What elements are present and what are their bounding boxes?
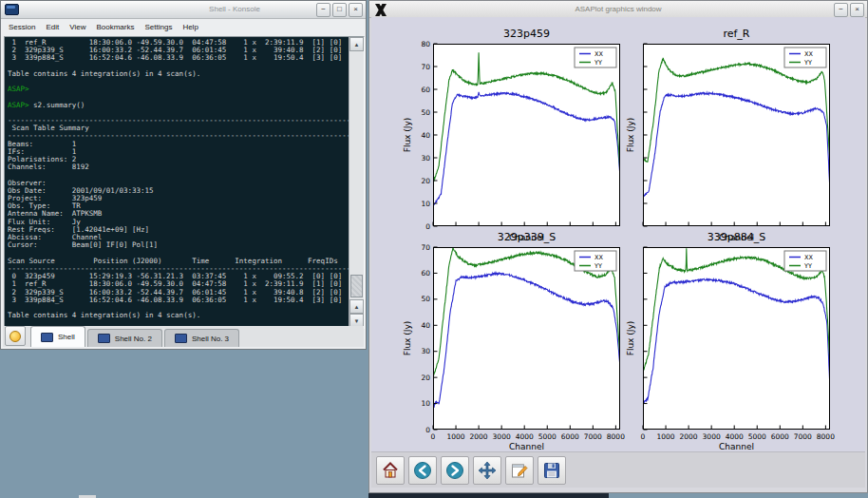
svg-text:6000: 6000 (561, 432, 579, 441)
subplot-323p459: 01020304050607080Channel323p459Flux (Jy)… (403, 28, 620, 242)
menu-view[interactable]: View (69, 23, 85, 31)
svg-text:70: 70 (421, 63, 430, 71)
pan-icon (478, 461, 497, 480)
svg-text:0: 0 (641, 432, 646, 441)
desktop: Shell - Konsole −□× SessionEditViewBookm… (0, 0, 868, 498)
konsole-window-title: Shell - Konsole (153, 5, 316, 13)
svg-text:Flux (Jy): Flux (Jy) (403, 118, 412, 153)
konsole-tabbar: ShellShell No. 2Shell No. 3 (3, 326, 364, 347)
toolbar-configure-button[interactable] (505, 456, 534, 485)
figure-canvas[interactable]: 01020304050607080Channel323p459Flux (Jy)… (371, 17, 865, 451)
terminal-scrollbar[interactable]: ▲ ▲ ▼ (349, 37, 364, 328)
toolbar-save-button[interactable] (538, 456, 566, 485)
svg-text:Flux (Jy): Flux (Jy) (626, 321, 635, 356)
asaplot-window: ASAPlot graphics window −× 0102030405060… (368, 0, 868, 493)
konsole-app-icon (5, 4, 19, 15)
svg-text:60: 60 (421, 86, 430, 94)
back-icon (413, 461, 432, 480)
save-icon (542, 461, 561, 480)
svg-text:20: 20 (421, 177, 430, 185)
svg-text:0: 0 (425, 222, 430, 231)
asaplot-window-title: ASAPlot graphics window (369, 5, 867, 13)
menu-bookmarks[interactable]: Bookmarks (96, 23, 134, 31)
svg-text:YY: YY (594, 59, 602, 67)
minimize-button[interactable]: − (834, 3, 848, 17)
svg-text:80: 80 (421, 40, 430, 48)
svg-text:0: 0 (431, 432, 436, 441)
svg-text:1000: 1000 (447, 432, 465, 441)
toolbar-forward-button[interactable] (441, 456, 469, 485)
terminal-icon (41, 333, 53, 342)
home-icon (381, 461, 400, 480)
svg-text:10: 10 (421, 200, 430, 208)
menu-help[interactable]: Help (182, 23, 198, 31)
terminal-output[interactable]: 1 ref_R 18:30:06.0 -49.59.30.0 04:47:58 … (5, 38, 349, 326)
svg-text:10: 10 (421, 399, 430, 408)
tab-shell-no-2[interactable]: Shell No. 2 (87, 329, 162, 347)
forward-icon (445, 461, 464, 480)
svg-text:50: 50 (421, 108, 430, 117)
svg-text:3000: 3000 (703, 432, 721, 441)
konsole-window-buttons: −□× (316, 3, 363, 17)
subplot-329p339_S: 0100020003000400050006000700080000102030… (403, 231, 625, 451)
toolbar-home-button[interactable] (376, 456, 405, 485)
svg-text:6000: 6000 (771, 432, 789, 441)
svg-text:8000: 8000 (817, 432, 835, 441)
plot-toolbar (371, 451, 865, 488)
menu-edit[interactable]: Edit (46, 23, 59, 31)
svg-text:7000: 7000 (584, 432, 602, 441)
menu-session[interactable]: Session (9, 23, 35, 31)
scroll-up-button-bottom[interactable]: ▲ (349, 299, 364, 314)
close-button[interactable]: × (349, 3, 363, 17)
close-button[interactable]: × (850, 3, 864, 17)
svg-text:323p459: 323p459 (503, 28, 550, 40)
svg-text:8000: 8000 (607, 432, 625, 441)
svg-text:Channel: Channel (509, 442, 544, 451)
svg-text:30: 30 (421, 154, 430, 163)
svg-text:1000: 1000 (657, 432, 675, 441)
toolbar-pan-button[interactable] (473, 456, 501, 485)
scrollbar-thumb[interactable] (350, 275, 363, 297)
svg-text:2000: 2000 (680, 432, 698, 441)
asaplot-window-buttons: −× (834, 3, 864, 17)
scroll-up-button[interactable]: ▲ (349, 37, 364, 51)
maximize-button[interactable]: □ (332, 3, 347, 17)
svg-text:YY: YY (803, 59, 812, 67)
konsole-titlebar[interactable]: Shell - Konsole −□× (1, 1, 366, 19)
svg-text:3000: 3000 (493, 432, 511, 441)
svg-text:329p339_S: 329p339_S (498, 231, 556, 243)
tab-shell-no-3[interactable]: Shell No. 3 (164, 329, 239, 347)
svg-text:5000: 5000 (748, 432, 766, 441)
terminal-frame: 1 ref_R 18:30:06.0 -49.59.30.0 04:47:58 … (4, 36, 365, 329)
svg-text:YY: YY (594, 262, 602, 270)
konsole-window: Shell - Konsole −□× SessionEditViewBookm… (0, 0, 367, 350)
svg-text:XX: XX (594, 254, 603, 261)
terminal-icon (98, 334, 110, 343)
svg-text:0: 0 (425, 426, 430, 434)
svg-text:7000: 7000 (794, 432, 812, 441)
subplot-ref_R: Channelref_RFlux (Jy)XXYY (626, 28, 830, 242)
svg-text:Flux (Jy): Flux (Jy) (403, 321, 412, 356)
menu-settings[interactable]: Settings (144, 23, 172, 31)
new-session-icon (9, 331, 21, 342)
svg-text:Channel: Channel (719, 442, 754, 451)
new-session-button[interactable] (5, 326, 26, 346)
svg-text:5000: 5000 (538, 432, 557, 441)
tab-shell[interactable]: Shell (30, 326, 85, 347)
svg-text:4000: 4000 (516, 432, 534, 441)
configure-icon (510, 461, 529, 480)
minimize-button[interactable]: − (316, 3, 330, 17)
svg-text:339p884_S: 339p884_S (708, 231, 765, 243)
taskbar-sliver (368, 493, 609, 498)
toolbar-back-button[interactable] (408, 456, 437, 485)
svg-text:20: 20 (421, 374, 430, 382)
svg-text:40: 40 (421, 321, 430, 330)
asaplot-titlebar[interactable]: ASAPlot graphics window −× (369, 1, 867, 18)
svg-text:60: 60 (421, 269, 430, 278)
svg-text:70: 70 (421, 243, 430, 252)
svg-text:YY: YY (803, 262, 812, 270)
svg-text:ref_R: ref_R (723, 28, 749, 40)
svg-text:30: 30 (421, 347, 430, 355)
terminal-icon (175, 334, 187, 343)
svg-text:XX: XX (594, 50, 603, 58)
